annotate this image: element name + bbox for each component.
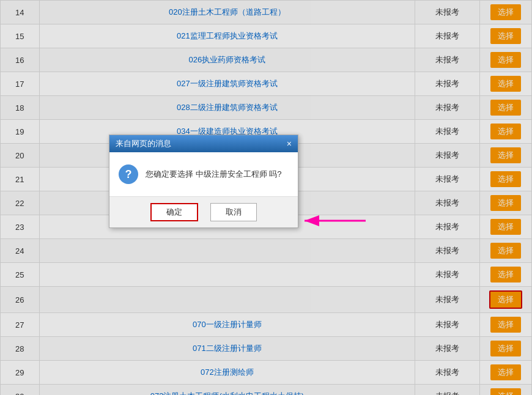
cancel-button[interactable]: 取消 [210, 203, 257, 221]
confirm-button[interactable]: 确定 [150, 203, 198, 221]
modal-header: 来自网页的消息 × [109, 135, 298, 152]
modal-close-button[interactable]: × [287, 139, 292, 148]
modal-footer: 确定 取消 [109, 196, 298, 227]
modal-overlay[interactable]: 来自网页的消息 × ? 您确定要选择 中级注册安全工程师 吗? 确定 取消 [0, 0, 532, 395]
modal-dialog: 来自网页的消息 × ? 您确定要选择 中级注册安全工程师 吗? 确定 取消 [109, 135, 298, 228]
question-icon: ? [119, 164, 138, 184]
modal-body: ? 您确定要选择 中级注册安全工程师 吗? [109, 152, 298, 196]
modal-message: 您确定要选择 中级注册安全工程师 吗? [146, 169, 281, 180]
modal-title: 来自网页的消息 [116, 138, 171, 149]
